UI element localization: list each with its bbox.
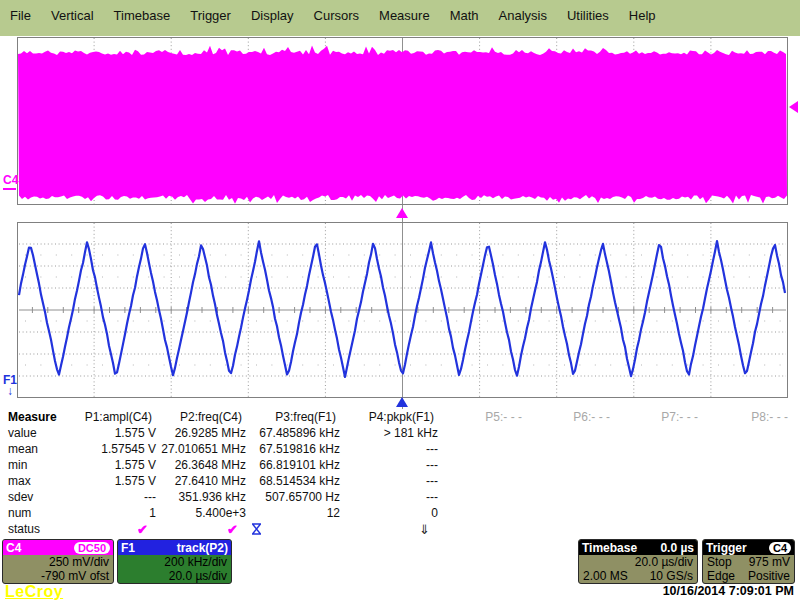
f1-hdiv: 20.0 µs/div xyxy=(169,569,227,583)
measure-status-p6 xyxy=(530,521,618,537)
trigger-slope: Positive xyxy=(748,569,790,583)
measure-cell-p2-min: 26.3648 MHz xyxy=(160,457,250,473)
measure-row-label-min: min xyxy=(2,457,58,473)
measure-col-header-p1[interactable]: P1:ampl(C4) xyxy=(58,409,160,425)
c4-offset: -790 mV ofst xyxy=(41,569,109,583)
status-ok-icon: ✔ xyxy=(227,522,238,537)
measure-cell-p6-min xyxy=(530,457,618,473)
measure-table: MeasureP1:ampl(C4)P2:freq(C4)P3:freq(F1)… xyxy=(2,409,796,537)
f1-box-title: F1 xyxy=(121,541,135,555)
measure-cell-p7-sdev xyxy=(618,489,706,505)
measure-row-label-status: status xyxy=(2,521,58,537)
measure-row-label-mean: mean xyxy=(2,441,58,457)
f1-descriptor-box[interactable]: F1 track(P2) 200 kHz/div 20.0 µs/div xyxy=(117,539,232,584)
trigger-box-title: Trigger xyxy=(706,541,747,555)
c4-coupling-badge: DC50 xyxy=(74,542,110,554)
measure-cell-p2-sdev: 351.936 kHz xyxy=(160,489,250,505)
trigger-level: 975 mV xyxy=(749,555,790,569)
measure-col-header-p5[interactable]: P5:- - - xyxy=(442,409,530,425)
measure-cell-p3-max: 68.514534 kHz xyxy=(250,473,344,489)
measure-cell-p7-min xyxy=(618,457,706,473)
measure-status-p1: ✔ xyxy=(58,521,160,537)
trigger-mode: Stop xyxy=(707,555,732,569)
status-unstable-icon xyxy=(250,523,263,535)
c4-trigger-level-marker[interactable] xyxy=(789,101,798,113)
measure-cell-p4-mean: --- xyxy=(344,441,442,457)
measure-status-p4: ⇓ xyxy=(344,521,442,537)
measure-cell-p3-value: 67.485896 kHz xyxy=(250,425,344,441)
measure-cell-p6-sdev xyxy=(530,489,618,505)
grid-f1 xyxy=(17,222,788,398)
trigger-descriptor-box[interactable]: Trigger C4 Stop 975 mV Edge Positive xyxy=(702,539,795,584)
menu-item-timebase[interactable]: Timebase xyxy=(104,8,181,23)
status-falling-icon: ⇓ xyxy=(419,522,430,537)
measure-cell-p1-mean: 1.57545 V xyxy=(58,441,160,457)
measure-cell-p8-mean xyxy=(706,441,796,457)
c4-descriptor-box[interactable]: C4 DC50 250 mV/div -790 mV ofst xyxy=(2,539,114,584)
menu-item-measure[interactable]: Measure xyxy=(369,8,440,23)
measure-col-header-p4[interactable]: P4:pkpk(F1) xyxy=(344,409,442,425)
measure-cell-p1-min: 1.575 V xyxy=(58,457,160,473)
menu-item-vertical[interactable]: Vertical xyxy=(41,8,104,23)
measure-status-p7 xyxy=(618,521,706,537)
measure-cell-p2-max: 27.6410 MHz xyxy=(160,473,250,489)
measure-cell-p4-sdev: --- xyxy=(344,489,442,505)
c4-vdiv: 250 mV/div xyxy=(49,555,109,569)
trigger-kind: Edge xyxy=(707,569,735,583)
measure-cell-p5-value xyxy=(442,425,530,441)
measure-cell-p1-num: 1 xyxy=(58,505,160,521)
measure-cell-p5-num xyxy=(442,505,530,521)
menu-item-display[interactable]: Display xyxy=(241,8,304,23)
f1-offscreen-arrow-icon: ↓ xyxy=(7,384,13,398)
measure-cell-p5-sdev xyxy=(442,489,530,505)
measure-col-header-p6[interactable]: P6:- - - xyxy=(530,409,618,425)
f1-function: track(P2) xyxy=(177,541,228,555)
measure-cell-p2-value: 26.9285 MHz xyxy=(160,425,250,441)
measure-row-label-num: num xyxy=(2,505,58,521)
menu-item-utilities[interactable]: Utilities xyxy=(557,8,619,23)
measure-row-label-sdev: sdev xyxy=(2,489,58,505)
f1-trace-plot xyxy=(17,222,788,398)
menu-item-trigger[interactable]: Trigger xyxy=(180,8,241,23)
measure-cell-p1-max: 1.575 V xyxy=(58,473,160,489)
menu-bar: FileVerticalTimebaseTriggerDisplayCursor… xyxy=(0,0,800,36)
measure-table-panel: MeasureP1:ampl(C4)P2:freq(C4)P3:freq(F1)… xyxy=(2,409,796,537)
grid-c4 xyxy=(17,37,788,205)
measure-cell-p1-value: 1.575 V xyxy=(58,425,160,441)
timebase-descriptor-box[interactable]: Timebase 0.0 µs 20.0 µs/div 2.00 MS 10 G… xyxy=(578,539,698,584)
measure-cell-p8-value xyxy=(706,425,796,441)
measure-panel-title: Measure xyxy=(2,409,58,425)
f1-horizontal-reference-marker[interactable] xyxy=(396,397,408,407)
measure-cell-p8-min xyxy=(706,457,796,473)
trigger-time-marker[interactable] xyxy=(396,208,408,218)
measure-cell-p7-max xyxy=(618,473,706,489)
timebase-scale: 20.0 µs/div xyxy=(635,555,693,569)
timebase-box-title: Timebase xyxy=(582,541,637,555)
measure-cell-p3-num: 12 xyxy=(250,505,344,521)
c4-trace-plot xyxy=(17,37,788,205)
measure-cell-p4-min: --- xyxy=(344,457,442,473)
menu-item-math[interactable]: Math xyxy=(440,8,489,23)
measure-col-header-p7[interactable]: P7:- - - xyxy=(618,409,706,425)
c4-trace-label[interactable]: C4 xyxy=(3,173,18,187)
measure-row-label-value: value xyxy=(2,425,58,441)
menu-item-analysis[interactable]: Analysis xyxy=(489,8,557,23)
measure-col-header-p8[interactable]: P8:- - - xyxy=(706,409,796,425)
measure-cell-p4-value: > 181 kHz xyxy=(344,425,442,441)
trigger-source-badge: C4 xyxy=(769,542,791,554)
measure-cell-p8-sdev xyxy=(706,489,796,505)
menu-item-cursors[interactable]: Cursors xyxy=(304,8,370,23)
c4-box-title: C4 xyxy=(6,541,21,555)
c4-ground-level-marker[interactable] xyxy=(3,188,16,190)
timebase-rate: 10 GS/s xyxy=(650,569,693,583)
measure-col-header-p2[interactable]: P2:freq(C4) xyxy=(160,409,250,425)
menu-item-file[interactable]: File xyxy=(0,8,41,23)
measure-cell-p3-mean: 67.519816 kHz xyxy=(250,441,344,457)
timebase-offset: 0.0 µs xyxy=(660,541,694,555)
f1-trace-label[interactable]: F1 ↓ xyxy=(3,375,17,397)
datetime-display: 10/16/2014 7:09:01 PM xyxy=(663,584,794,598)
measure-cell-p2-mean: 27.010651 MHz xyxy=(160,441,250,457)
measure-col-header-p3[interactable]: P3:freq(F1) xyxy=(250,409,344,425)
menu-item-help[interactable]: Help xyxy=(619,8,666,23)
measure-cell-p5-max xyxy=(442,473,530,489)
